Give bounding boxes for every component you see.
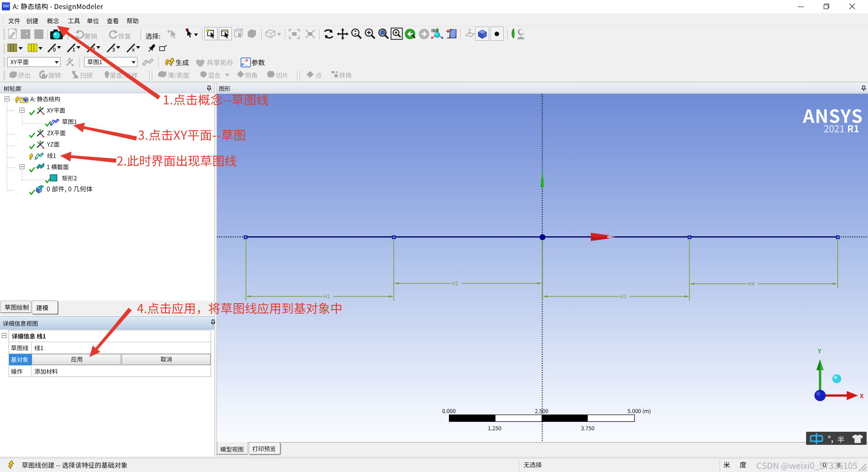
svg-text:P→: P→ bbox=[241, 62, 248, 67]
